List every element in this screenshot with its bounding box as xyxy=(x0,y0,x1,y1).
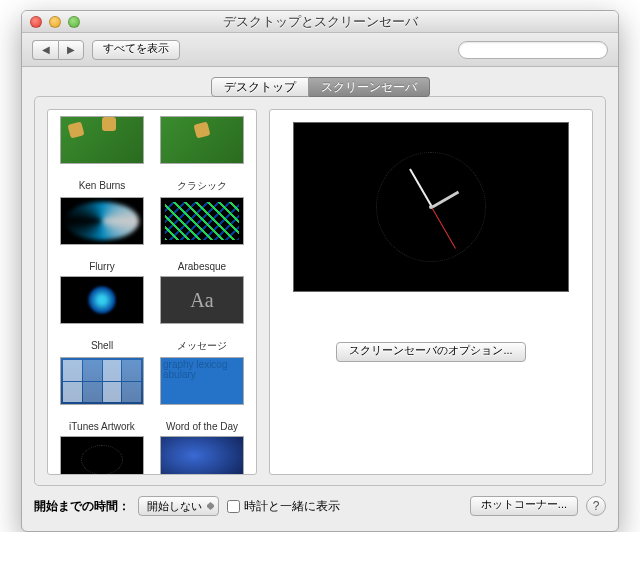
saver-label: iTunes Artwork xyxy=(69,421,135,432)
tab-panel: Ken BurnsクラシックFlurryArabesqueShellAaメッセー… xyxy=(34,96,606,486)
saver-thumbnail xyxy=(160,116,244,164)
saver-item[interactable]: Aaメッセージ xyxy=(154,276,250,353)
saver-thumbnail: Aa xyxy=(160,276,244,324)
back-button[interactable]: ◀ xyxy=(32,40,58,60)
titlebar: デスクトップとスクリーンセーバ xyxy=(22,11,618,33)
saver-item[interactable]: Analog Clock xyxy=(54,436,150,474)
saver-thumbnail xyxy=(60,116,144,164)
tab-bar: デスクトップ スクリーンセーバ xyxy=(34,77,606,97)
saver-thumbnail xyxy=(60,197,144,245)
saver-label: Shell xyxy=(91,340,113,351)
saver-label: メッセージ xyxy=(177,339,227,353)
saver-label: Ken Burns xyxy=(79,180,126,191)
saver-item[interactable]: graphy lexicog abularyWord of the Day xyxy=(154,357,250,432)
saver-item[interactable]: ランダム xyxy=(154,436,250,474)
saver-thumbnail xyxy=(60,357,144,405)
window-title: デスクトップとスクリーンセーバ xyxy=(22,13,618,31)
preview xyxy=(293,122,569,292)
show-with-clock-checkbox[interactable]: 時計と一緒に表示 xyxy=(227,498,340,515)
show-all-button[interactable]: すべてを表示 xyxy=(92,40,180,60)
forward-button[interactable]: ▶ xyxy=(58,40,84,60)
help-button[interactable]: ? xyxy=(586,496,606,516)
checkbox-label: 時計と一緒に表示 xyxy=(244,498,340,515)
content: デスクトップ スクリーンセーバ Ken BurnsクラシックFlurryArab… xyxy=(22,67,618,486)
saver-label: Word of the Day xyxy=(166,421,238,432)
saver-item[interactable]: Ken Burns xyxy=(54,116,150,193)
start-after-label: 開始までの時間： xyxy=(34,498,130,515)
saver-item[interactable]: Arabesque xyxy=(154,197,250,272)
hot-corners-button[interactable]: ホットコーナー... xyxy=(470,496,578,516)
saver-item[interactable]: iTunes Artwork xyxy=(54,357,150,432)
nav-buttons: ◀ ▶ xyxy=(32,40,84,60)
saver-label: Flurry xyxy=(89,261,115,272)
start-after-select[interactable]: 開始しない xyxy=(138,496,219,516)
analog-clock-icon xyxy=(376,152,486,262)
preferences-window: デスクトップとスクリーンセーバ ◀ ▶ すべてを表示 デスクトップ スクリーンセ… xyxy=(21,10,619,532)
saver-list[interactable]: Ken BurnsクラシックFlurryArabesqueShellAaメッセー… xyxy=(47,109,257,475)
saver-thumbnail xyxy=(60,436,144,474)
search-field[interactable] xyxy=(458,41,608,59)
saver-label: Arabesque xyxy=(178,261,226,272)
saver-thumbnail xyxy=(60,276,144,324)
saver-thumbnail: graphy lexicog abulary xyxy=(160,357,244,405)
saver-label: クラシック xyxy=(177,179,227,193)
saver-item[interactable]: クラシック xyxy=(154,116,250,193)
toolbar: ◀ ▶ すべてを表示 xyxy=(22,33,618,67)
split: Ken BurnsクラシックFlurryArabesqueShellAaメッセー… xyxy=(47,109,593,475)
bottom-row: 開始までの時間： 開始しない 時計と一緒に表示 ホットコーナー... ? xyxy=(22,486,618,528)
saver-item[interactable]: Flurry xyxy=(54,197,150,272)
tab-screensaver[interactable]: スクリーンセーバ xyxy=(309,77,430,97)
search-input[interactable] xyxy=(469,44,607,56)
saver-thumbnail xyxy=(160,197,244,245)
saver-thumbnail xyxy=(160,436,244,474)
saver-item[interactable]: Shell xyxy=(54,276,150,353)
checkbox-input[interactable] xyxy=(227,500,240,513)
preview-box: スクリーンセーバのオプション... xyxy=(269,109,593,475)
screensaver-options-button[interactable]: スクリーンセーバのオプション... xyxy=(336,342,525,362)
tab-desktop[interactable]: デスクトップ xyxy=(211,77,309,97)
